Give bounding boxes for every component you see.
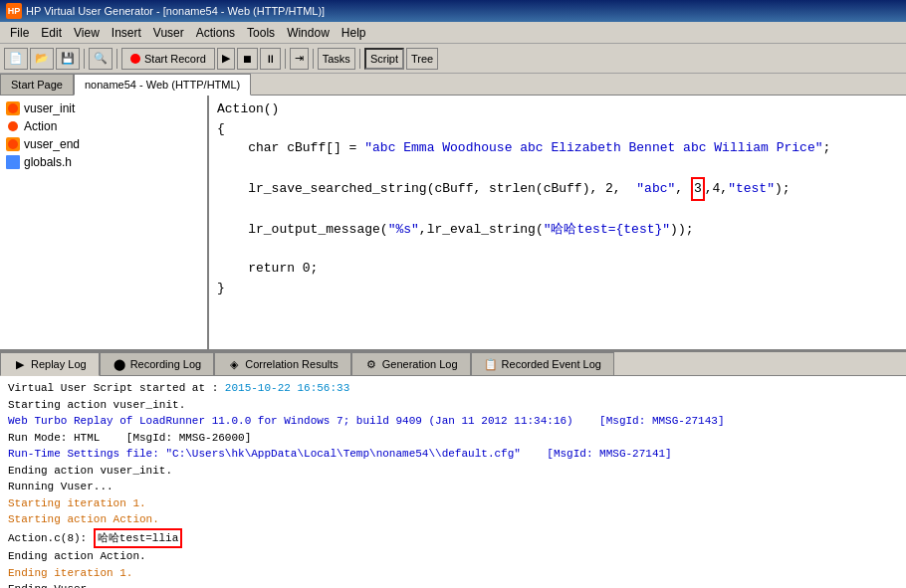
menu-vuser[interactable]: Vuser bbox=[147, 24, 190, 42]
log-line-12: Ending Vuser... bbox=[8, 581, 898, 588]
code-function-name: Action() bbox=[217, 99, 898, 119]
search-icon: 🔍 bbox=[94, 52, 108, 65]
code-brace-close: } bbox=[217, 279, 898, 298]
file-tab-start-page[interactable]: Start Page bbox=[0, 74, 74, 95]
tree-item-globals[interactable]: globals.h bbox=[0, 153, 207, 171]
vuser-end-icon bbox=[6, 137, 20, 151]
tree-item-action[interactable]: Action bbox=[0, 117, 207, 135]
recorded-event-log-icon: 📋 bbox=[484, 357, 498, 371]
log-line-4: Run-Time Settings file: "C:\Users\hk\App… bbox=[8, 446, 898, 463]
code-line-3: lr_output_message("%s",lr_eval_string("哈… bbox=[217, 220, 898, 240]
code-panel[interactable]: Action() { char cBuff[] = "abc Emma Wood… bbox=[209, 96, 906, 349]
menu-view[interactable]: View bbox=[68, 24, 106, 42]
menu-file[interactable]: File bbox=[4, 24, 35, 42]
play-button[interactable]: ▶ bbox=[217, 48, 235, 70]
toolbar: 📄 📂 💾 🔍 Start Record ▶ ⏹ ⏸ ⇥ Tasks Scrip… bbox=[0, 44, 906, 74]
script-button[interactable]: Script bbox=[364, 48, 404, 70]
code-line-return: return 0; bbox=[217, 259, 898, 279]
correlation-results-icon: ◈ bbox=[227, 357, 241, 371]
bottom-panel: ▶ Replay Log ⬤ Recording Log ◈ Correlati… bbox=[0, 352, 906, 588]
tree-button[interactable]: Tree bbox=[406, 48, 438, 70]
save-button[interactable]: 💾 bbox=[56, 48, 80, 70]
step-icon: ⇥ bbox=[295, 52, 304, 65]
log-line-7: Starting iteration 1. bbox=[8, 495, 898, 512]
step-button[interactable]: ⇥ bbox=[290, 48, 309, 70]
globals-file-icon bbox=[6, 155, 20, 169]
sep5 bbox=[359, 49, 360, 69]
open-button[interactable]: 📂 bbox=[30, 48, 54, 70]
tasks-label: Tasks bbox=[323, 53, 350, 65]
menu-help[interactable]: Help bbox=[336, 24, 372, 42]
log-line-3: Run Mode: HTML [MsgId: MMSG-26000] bbox=[8, 430, 898, 447]
code-line-2: lr_save_searched_string(cBuff, strlen(cB… bbox=[217, 177, 898, 201]
tree-panel: vuser_init Action vuser_end globals.h bbox=[0, 96, 209, 349]
menu-tools[interactable]: Tools bbox=[241, 24, 281, 42]
script-label: Script bbox=[370, 53, 398, 65]
code-line-blank1 bbox=[217, 158, 898, 178]
title-bar: HP HP Virtual User Generator - [noname54… bbox=[0, 0, 906, 22]
file-tab-noname54[interactable]: noname54 - Web (HTTP/HTML) bbox=[74, 74, 251, 96]
start-record-button[interactable]: Start Record bbox=[121, 48, 215, 70]
log-content: Virtual User Script started at : 2015-10… bbox=[0, 376, 906, 588]
app-icon: HP bbox=[6, 3, 22, 19]
sep4 bbox=[313, 49, 314, 69]
file-tab-bar: Start Page noname54 - Web (HTTP/HTML) bbox=[0, 74, 906, 96]
search-button[interactable]: 🔍 bbox=[89, 48, 113, 70]
log-line-6: Running Vuser... bbox=[8, 479, 898, 495]
pause-icon: ⏸ bbox=[265, 53, 276, 65]
sep3 bbox=[285, 49, 286, 69]
tab-recorded-event-log[interactable]: 📋 Recorded Event Log bbox=[471, 352, 614, 375]
log-line-2: Web Turbo Replay of LoadRunner 11.0.0 fo… bbox=[8, 413, 898, 430]
code-line-blank3 bbox=[217, 240, 898, 260]
code-brace-open: { bbox=[217, 119, 898, 139]
play-icon: ▶ bbox=[222, 52, 230, 65]
menu-window[interactable]: Window bbox=[281, 24, 336, 42]
tree-item-vuser-init[interactable]: vuser_init bbox=[0, 99, 207, 117]
code-line-blank2 bbox=[217, 201, 898, 221]
menu-edit[interactable]: Edit bbox=[35, 24, 68, 42]
vuser-init-icon bbox=[6, 101, 20, 115]
new-icon: 📄 bbox=[9, 52, 23, 65]
log-highlight-value: 哈哈test=llia bbox=[94, 528, 182, 549]
log-line-10: Ending action Action. bbox=[8, 548, 898, 565]
menu-insert[interactable]: Insert bbox=[106, 24, 147, 42]
tasks-button[interactable]: Tasks bbox=[318, 48, 355, 70]
log-line-5: Ending action vuser_init. bbox=[8, 463, 898, 480]
replay-log-icon: ▶ bbox=[13, 357, 27, 371]
pause-button[interactable]: ⏸ bbox=[260, 48, 281, 70]
tab-replay-log[interactable]: ▶ Replay Log bbox=[0, 352, 100, 376]
tree-label: Tree bbox=[411, 53, 433, 65]
code-line-1: char cBuff[] = "abc Emma Woodhouse abc E… bbox=[217, 138, 898, 158]
log-line-11: Ending iteration 1. bbox=[8, 565, 898, 582]
menu-bar: File Edit View Insert Vuser Actions Tool… bbox=[0, 22, 906, 44]
sep2 bbox=[116, 49, 117, 69]
log-line-0: Virtual User Script started at : 2015-10… bbox=[8, 380, 898, 397]
menu-actions[interactable]: Actions bbox=[190, 24, 241, 42]
new-button[interactable]: 📄 bbox=[4, 48, 28, 70]
title-text: HP Virtual User Generator - [noname54 - … bbox=[26, 5, 325, 17]
log-line-1: Starting action vuser_init. bbox=[8, 397, 898, 414]
save-icon: 💾 bbox=[61, 52, 75, 65]
log-line-9: Action.c(8): 哈哈test=llia bbox=[8, 528, 898, 549]
action-icon bbox=[6, 119, 20, 133]
tab-generation-log[interactable]: ⚙ Generation Log bbox=[351, 352, 471, 375]
sep1 bbox=[84, 49, 85, 69]
tab-correlation-results[interactable]: ◈ Correlation Results bbox=[214, 352, 351, 375]
recording-log-icon: ⬤ bbox=[113, 357, 126, 371]
record-label: Start Record bbox=[144, 53, 206, 65]
record-dot-icon bbox=[130, 54, 140, 64]
generation-log-icon: ⚙ bbox=[364, 357, 378, 371]
tree-item-vuser-end[interactable]: vuser_end bbox=[0, 135, 207, 153]
stop-icon: ⏹ bbox=[242, 53, 253, 65]
log-line-8: Starting action Action. bbox=[8, 511, 898, 528]
main-area: vuser_init Action vuser_end globals.h Ac… bbox=[0, 96, 906, 352]
code-highlight-3: 3 bbox=[691, 177, 705, 201]
stop-button[interactable]: ⏹ bbox=[237, 48, 258, 70]
bottom-tab-bar: ▶ Replay Log ⬤ Recording Log ◈ Correlati… bbox=[0, 352, 906, 376]
tab-recording-log[interactable]: ⬤ Recording Log bbox=[100, 352, 215, 375]
open-icon: 📂 bbox=[35, 52, 49, 65]
